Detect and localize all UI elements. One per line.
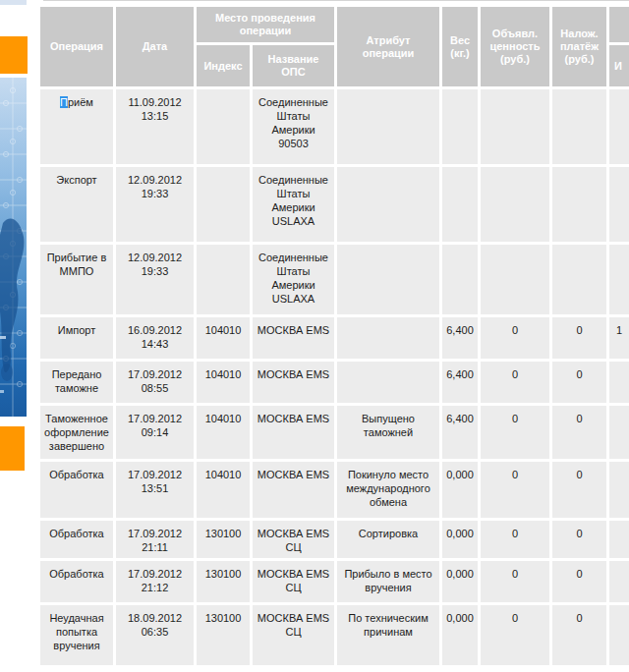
cell-extra: [609, 521, 629, 558]
cell-cod: 0: [552, 362, 606, 403]
tracking-table-wrap: Операция Дата Место проведения операции …: [37, 4, 629, 672]
table-row: Обработка 17.09.2012 21:12 130100 МОСКВА…: [40, 561, 629, 602]
cell-date: 16.09.2012 14:43: [116, 317, 194, 359]
cell-index: 130100: [197, 561, 250, 602]
cell-extra: [609, 406, 629, 459]
cell-declared: [481, 245, 549, 314]
cell-date: 17.09.2012 21:12: [116, 561, 194, 602]
sidebar-orange-block-1: [0, 36, 28, 74]
cell-date: 17.09.2012 09:14: [116, 406, 194, 459]
cell-ops-name: МОСКВА EMS СЦ: [253, 605, 334, 665]
cell-ops-name: МОСКВА EMS: [253, 406, 334, 459]
cell-attribute: Сортировка: [337, 521, 439, 558]
puzzle-pattern-icon: [0, 78, 27, 417]
cell-ops-name: Соединенные Штаты Америки 90503: [253, 89, 334, 164]
page: Операция Дата Место проведения операции …: [0, 0, 629, 672]
cell-declared: 0: [481, 462, 549, 518]
map-silhouette-shape: [0, 219, 24, 372]
cell-attribute: Прибыло в место вручения: [337, 561, 439, 602]
col-header-place-group: Место проведения операции: [197, 7, 334, 42]
cell-ops-name: МОСКВА EMS СЦ: [253, 561, 334, 602]
cell-operation: Импорт: [40, 317, 113, 359]
cell-date: 18.09.2012 06:35: [116, 605, 194, 665]
sidebar-puzzle-map-image: [0, 78, 27, 417]
table-row: Передано таможне 17.09.2012 08:55 104010…: [40, 362, 629, 403]
cell-operation: Передано таможне: [40, 362, 113, 403]
cell-attribute: [337, 89, 439, 164]
header-row-group: Операция Дата Место проведения операции …: [40, 7, 629, 42]
selected-text: П: [60, 96, 68, 108]
cell-index: 130100: [197, 521, 250, 558]
table-row: Приём 11.09.2012 13:15 Соединенные Штаты…: [40, 89, 629, 164]
col-header-declared-value: Объявл. ценность (руб.): [481, 7, 549, 86]
cell-operation: Прибытие в ММПО: [40, 245, 113, 314]
col-header-ops-name: Название ОПС: [253, 45, 334, 86]
table-row: Прибытие в ММПО 12.09.2012 19:33 Соедине…: [40, 245, 629, 314]
cell-attribute: [337, 317, 439, 359]
cell-declared: 0: [481, 561, 549, 602]
table-row: Импорт 16.09.2012 14:43 104010 МОСКВА EM…: [40, 317, 629, 359]
col-header-weight: Вес (кг.): [442, 7, 478, 86]
cell-date: 17.09.2012 13:51: [116, 462, 194, 518]
cell-weight: 0,000: [442, 521, 478, 558]
cell-index: [197, 167, 250, 242]
cell-weight: 0,000: [442, 605, 478, 665]
table-row: Обработка 17.09.2012 13:51 104010 МОСКВА…: [40, 462, 629, 518]
cell-declared: 0: [481, 605, 549, 665]
cell-date: 17.09.2012 08:55: [116, 362, 194, 403]
col-header-extra-clipped: И: [609, 45, 629, 86]
cell-index: 104010: [197, 362, 250, 403]
cell-cod: 0: [552, 561, 606, 602]
cell-declared: 0: [481, 362, 549, 403]
cell-operation: Обработка: [40, 561, 113, 602]
cell-operation: Обработка: [40, 521, 113, 558]
cell-extra: [609, 245, 629, 314]
cell-cod: [552, 89, 606, 164]
cell-cod: [552, 167, 606, 242]
cell-date: 12.09.2012 19:33: [116, 167, 194, 242]
cell-declared: 0: [481, 317, 549, 359]
cell-attribute: Выпущено таможней: [337, 406, 439, 459]
cell-weight: 6,400: [442, 362, 478, 403]
cell-cod: 0: [552, 317, 606, 359]
table-row: Обработка 17.09.2012 21:11 130100 МОСКВА…: [40, 521, 629, 558]
cell-operation: Таможенное оформление завершено: [40, 406, 113, 459]
cell-declared: 0: [481, 406, 549, 459]
table-row: Таможенное оформление завершено 17.09.20…: [40, 406, 629, 459]
cell-weight: 0,000: [442, 561, 478, 602]
cell-cod: [552, 245, 606, 314]
cell-weight: 6,400: [442, 317, 478, 359]
cell-index: 104010: [197, 462, 250, 518]
cell-attribute: Покинуло место международного обмена: [337, 462, 439, 518]
cell-ops-name: Соединенные Штаты Америки USLAXA: [253, 245, 334, 314]
cell-cod: 0: [552, 605, 606, 665]
cell-ops-name: МОСКВА EMS: [253, 462, 334, 518]
cell-date: 17.09.2012 21:11: [116, 521, 194, 558]
cell-index: [197, 89, 250, 164]
cell-operation: Обработка: [40, 462, 113, 518]
col-header-index: Индекс: [197, 45, 250, 86]
site-sidebar-strip: [0, 0, 35, 672]
top-divider: [43, 0, 629, 1]
tracking-table: Операция Дата Место проведения операции …: [37, 4, 629, 668]
cell-operation: Приём: [40, 89, 113, 164]
col-header-attribute: Атрибут операции: [337, 7, 439, 86]
cell-extra: [609, 362, 629, 403]
cell-ops-name: МОСКВА EMS: [253, 362, 334, 403]
cell-index: 104010: [197, 406, 250, 459]
cell-extra: [609, 462, 629, 518]
cell-declared: 0: [481, 521, 549, 558]
col-header-date: Дата: [116, 7, 194, 86]
table-row: Неудачная попытка вручения 18.09.2012 06…: [40, 605, 629, 665]
sidebar-orange-block-2: [0, 426, 25, 471]
cell-date: 12.09.2012 19:33: [116, 245, 194, 314]
cell-declared: [481, 89, 549, 164]
cell-ops-name: МОСКВА EMS: [253, 317, 334, 359]
cell-weight: 0,000: [442, 462, 478, 518]
cell-extra: 1: [609, 317, 629, 359]
cell-weight: [442, 245, 478, 314]
cell-ops-name: МОСКВА EMS СЦ: [253, 521, 334, 558]
table-row: Экспорт 12.09.2012 19:33 Соединенные Шта…: [40, 167, 629, 242]
col-header-operation: Операция: [40, 7, 113, 86]
cell-extra: [609, 89, 629, 164]
